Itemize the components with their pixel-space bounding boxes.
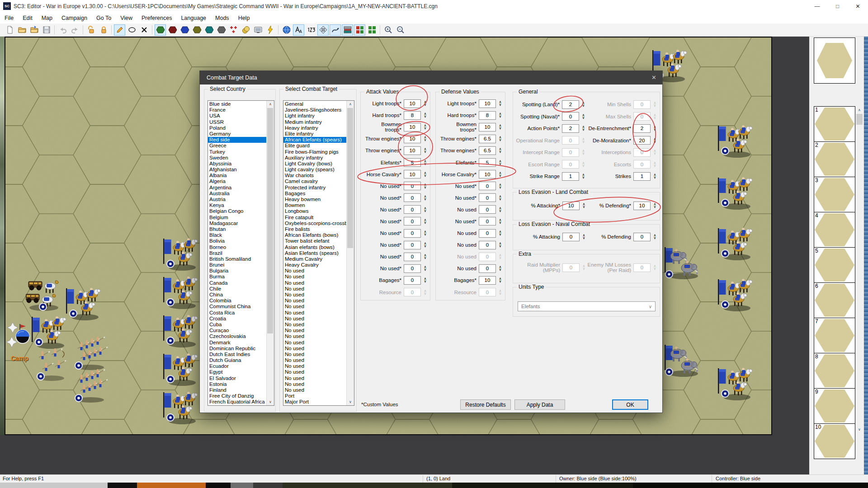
spin-down-icon[interactable]: ∨ — [582, 128, 585, 131]
values-button[interactable] — [305, 24, 316, 36]
spin-down-icon[interactable]: ∨ — [499, 233, 502, 236]
scripts-button[interactable] — [264, 24, 276, 36]
spinner-value-field[interactable]: 0 — [633, 233, 651, 241]
list-item[interactable]: Belgian Congo — [208, 208, 266, 214]
spin-down-icon[interactable]: ∨ — [583, 206, 585, 208]
list-item[interactable]: Fire balists — [283, 226, 346, 232]
combat-target-listbox[interactable]: GeneralJaveliners-SlingshootersLight inf… — [283, 100, 354, 406]
list-item[interactable]: Camel cavalry — [283, 178, 346, 184]
scroll-down-icon[interactable]: ∨ — [347, 399, 354, 405]
zoom-out-button[interactable] — [395, 24, 406, 36]
list-item[interactable]: No used — [283, 292, 346, 298]
list-item[interactable]: Light infantry — [283, 113, 346, 119]
spin-down-icon[interactable]: ∨ — [424, 198, 427, 201]
list-item[interactable]: Longbows — [283, 208, 346, 214]
list-item[interactable]: No used — [283, 322, 346, 328]
list-item[interactable]: French Equatorial Africa — [208, 399, 266, 405]
list-item[interactable]: Colombia — [208, 298, 266, 304]
list-item[interactable]: General — [283, 101, 346, 107]
menu-item-help[interactable]: Help — [234, 15, 255, 21]
minimize-button[interactable]: — — [807, 0, 827, 12]
spinner-value-field[interactable]: 5 — [404, 158, 421, 167]
terrain-green-button[interactable] — [155, 24, 166, 36]
scroll-up-icon[interactable]: ∧ — [856, 106, 863, 113]
list-item[interactable]: El Salvador — [208, 375, 266, 381]
list-item[interactable]: Croatia — [208, 316, 266, 322]
list-item[interactable]: Borneo — [208, 244, 266, 250]
list-item[interactable]: Chile — [208, 286, 266, 292]
list-item[interactable]: Asian Elefants (spears) — [283, 250, 346, 256]
scroll-down-icon[interactable]: ∨ — [267, 399, 274, 405]
unit-slot[interactable]: 7 — [814, 318, 855, 353]
spinner-value-field[interactable]: 1 — [633, 172, 651, 181]
list-item[interactable]: Madagascar — [208, 221, 266, 226]
spin-down-icon[interactable]: ∨ — [424, 233, 427, 236]
spinner-value-field[interactable]: 10 — [404, 146, 421, 155]
unit-slot[interactable]: 3 — [814, 177, 855, 212]
spinner-value-field[interactable]: 0 — [404, 193, 421, 202]
spin-down-icon[interactable]: ∨ — [499, 150, 502, 153]
spinner-value-field[interactable]: 10 — [404, 170, 421, 178]
spinner-value-field[interactable]: 0 — [404, 264, 421, 273]
list-item[interactable]: Elite guard — [283, 143, 346, 149]
list-item[interactable]: Bhutan — [208, 226, 266, 232]
spin-down-icon[interactable]: ∨ — [654, 128, 656, 131]
list-item[interactable]: Oxybeles-scorpions-crossb — [283, 221, 346, 226]
undo-button[interactable] — [57, 24, 68, 36]
spin-down-icon[interactable]: ∨ — [654, 206, 656, 208]
spin-down-icon[interactable]: ∨ — [424, 280, 427, 283]
list-item[interactable]: Germany — [208, 131, 266, 137]
spin-down-icon[interactable]: ∨ — [499, 210, 502, 212]
list-item[interactable]: Cuba — [208, 322, 266, 328]
spin-down-icon[interactable]: ∨ — [424, 163, 427, 165]
list-item[interactable]: War chariots — [283, 173, 346, 178]
unit-slot[interactable]: 4 — [814, 212, 855, 248]
spinner-value-field[interactable]: 2 — [562, 100, 579, 109]
spin-down-icon[interactable]: ∨ — [424, 268, 427, 271]
labels-button[interactable] — [293, 24, 304, 36]
spin-down-icon[interactable]: ∨ — [424, 174, 427, 177]
list-item[interactable]: No used — [283, 274, 346, 280]
scrollbar-thumb[interactable] — [347, 108, 353, 248]
scroll-up-icon[interactable]: ∧ — [267, 101, 274, 108]
combat-target-scrollbar[interactable]: ∧ ∨ — [346, 101, 354, 405]
list-item[interactable]: Abyssinia — [208, 161, 266, 167]
redo-button[interactable] — [69, 24, 80, 36]
save-button[interactable] — [41, 24, 52, 36]
list-item[interactable]: Greece — [208, 143, 266, 149]
list-item[interactable]: Austria — [208, 197, 266, 202]
spinner-value-field[interactable]: 0 — [404, 276, 421, 285]
spinner-value-field[interactable]: 10 — [479, 170, 496, 178]
list-item[interactable]: Protected infantry — [283, 185, 346, 191]
list-item[interactable]: No used — [283, 333, 346, 339]
spin-down-icon[interactable]: ∨ — [424, 150, 427, 153]
list-item[interactable]: Heavy Cavalry — [283, 262, 346, 268]
country-list-scrollbar[interactable]: ∧ ∨ — [266, 101, 274, 405]
spin-down-icon[interactable]: ∨ — [424, 221, 427, 224]
list-item[interactable]: Fire bows-Flaming pigs — [283, 149, 346, 155]
spinner-value-field[interactable]: 0 — [562, 233, 580, 241]
unit-slot[interactable]: 10 — [814, 424, 855, 459]
list-item[interactable]: Heavy bowmen — [283, 197, 346, 202]
spin-down-icon[interactable]: ∨ — [424, 127, 427, 130]
dialog-title-bar[interactable]: Combat Target Data — [200, 71, 662, 84]
list-item[interactable]: British Somaliland — [208, 256, 266, 262]
list-item[interactable]: No used — [283, 352, 346, 357]
spin-down-icon[interactable]: ∨ — [582, 104, 585, 107]
scrollbar-thumb[interactable] — [856, 114, 863, 125]
list-item[interactable]: Heavy infantry — [283, 125, 346, 131]
menu-item-campaign[interactable]: Campaign — [57, 15, 92, 21]
list-item[interactable]: Denmark — [208, 340, 266, 346]
list-item[interactable]: Communist China — [208, 304, 266, 310]
menu-item-view[interactable]: View — [116, 15, 137, 21]
unit-slot[interactable]: 2 — [814, 142, 855, 177]
spinner-value-field[interactable]: 10 — [479, 99, 496, 108]
display-button[interactable] — [252, 24, 264, 36]
list-item[interactable]: Blue side — [208, 101, 266, 107]
spin-down-icon[interactable]: ∨ — [424, 257, 427, 259]
unit-slot[interactable]: 5 — [814, 248, 855, 283]
list-item[interactable]: Kenya — [208, 202, 266, 208]
spinner-value-field[interactable]: 0 — [479, 205, 496, 214]
maximize-button[interactable]: □ — [827, 0, 848, 12]
list-item[interactable]: No used — [283, 387, 346, 393]
